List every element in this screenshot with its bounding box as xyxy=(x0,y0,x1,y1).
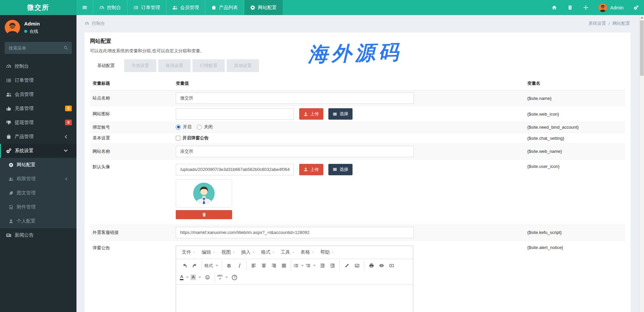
help-button[interactable]: ? xyxy=(230,273,239,282)
editor-menu-edit[interactable]: 编辑 xyxy=(199,247,218,257)
scrollbar-up-arrow[interactable] xyxy=(640,15,644,20)
tab-withdraw-settings[interactable]: 提现设置 xyxy=(158,59,191,72)
web-name-input[interactable] xyxy=(176,146,414,157)
sidebar-item-articles[interactable]: 图文管理 xyxy=(0,186,76,200)
italic-button[interactable]: I xyxy=(234,261,244,270)
home-button[interactable] xyxy=(546,0,562,15)
popup-notice-checkbox[interactable] xyxy=(176,136,180,140)
editor-menu-tools[interactable]: 工具 xyxy=(278,247,298,257)
numbered-list-button[interactable] xyxy=(306,261,317,270)
align-left-button[interactable] xyxy=(249,261,258,270)
fullscreen-button[interactable] xyxy=(578,0,594,15)
choose-button[interactable]: 选择 xyxy=(328,164,353,175)
nav-item-products[interactable]: 产品列表 xyxy=(205,0,244,15)
app-logo[interactable]: 微交所 xyxy=(0,0,76,15)
upload-icon xyxy=(304,112,308,116)
sidebar-item-system-settings[interactable]: 系统设置 xyxy=(0,144,76,158)
radio-option-on[interactable]: 开启 xyxy=(176,124,192,130)
sidebar-toggle-button[interactable] xyxy=(76,0,93,15)
user-menu[interactable]: Admin xyxy=(594,3,628,12)
indent-button[interactable] xyxy=(328,261,337,270)
print-button[interactable] xyxy=(367,261,376,270)
tab-other-settings[interactable]: 其他设置 xyxy=(227,59,259,72)
text-color-button[interactable]: A xyxy=(180,273,190,282)
clear-cache-button[interactable] xyxy=(562,0,578,15)
nav-item-dashboard[interactable]: 控制台 xyxy=(93,0,127,15)
page-title: 网站配置 xyxy=(90,38,625,45)
link-button[interactable] xyxy=(342,261,352,270)
row-title: 默认头像 xyxy=(90,159,173,225)
tab-recharge-settings[interactable]: 充值设置 xyxy=(124,59,156,72)
search-input[interactable] xyxy=(5,42,72,54)
delete-avatar-button[interactable] xyxy=(176,210,232,219)
row-title: 站点名称 xyxy=(90,90,173,106)
kefu-link-input[interactable] xyxy=(176,227,414,238)
upload-button[interactable]: 上传 xyxy=(299,108,323,120)
choose-button[interactable]: 选择 xyxy=(328,108,353,120)
radio-option-off[interactable]: 关闭 xyxy=(197,124,213,130)
sidebar-item-products[interactable]: 产品管理 xyxy=(0,130,76,144)
row-title: 基本设置 xyxy=(90,133,173,143)
redo-button[interactable] xyxy=(190,261,199,270)
tab-market-config[interactable]: 行情配置 xyxy=(193,59,225,72)
sidebar-item-profile[interactable]: 个人配置 xyxy=(0,214,76,228)
insert-media-button[interactable] xyxy=(387,261,396,270)
editor-menu-table[interactable]: 表格 xyxy=(298,247,317,257)
list-icon xyxy=(333,112,337,116)
nav-item-members[interactable]: 会员管理 xyxy=(166,0,205,15)
newspaper-icon xyxy=(6,233,11,238)
row-title: 网站名称 xyxy=(90,143,173,159)
editor-menu-format[interactable]: 格式 xyxy=(258,247,278,257)
sidebar-item-permissions[interactable]: 权限管理 xyxy=(0,172,76,186)
upload-button[interactable]: 上传 xyxy=(299,164,323,175)
popup-notice-checkbox-option[interactable]: 开启弹窗公告 xyxy=(176,135,209,141)
sidebar-item-news[interactable]: 新闻公告 xyxy=(0,228,76,242)
align-justify-button[interactable] xyxy=(279,261,288,270)
nav-item-orders[interactable]: 订单管理 xyxy=(127,0,166,15)
row-varname: {$site.chat_setting} xyxy=(525,133,625,143)
editor-menu-help[interactable]: 帮助 xyxy=(317,247,337,257)
sidebar-item-recharge[interactable]: 充值管理0 xyxy=(0,102,76,116)
editor-menu-view[interactable]: 视图 xyxy=(218,247,238,257)
sidebar-item-withdraw[interactable]: 提现管理0 xyxy=(0,116,76,130)
web-icon-input[interactable] xyxy=(176,108,294,120)
scrollbar[interactable] xyxy=(639,15,644,312)
editor-menu-insert[interactable]: 插入 xyxy=(238,247,258,257)
table-row-web-name: 网站名称 {$site.web_name} xyxy=(90,143,625,159)
outdent-button[interactable] xyxy=(318,261,327,270)
gears-icon xyxy=(6,148,11,153)
radio-on[interactable] xyxy=(176,125,181,130)
sidebar-item-dashboard[interactable]: 控制台 xyxy=(0,59,76,73)
editor-content-area[interactable] xyxy=(176,284,413,312)
home-icon xyxy=(552,5,557,10)
control-sidebar-button[interactable] xyxy=(628,0,644,15)
insert-image-button[interactable] xyxy=(352,261,362,270)
background-color-button[interactable]: A xyxy=(191,273,202,282)
avatar-preview-box xyxy=(176,179,232,207)
radio-off[interactable] xyxy=(197,125,202,130)
site-name-input[interactable] xyxy=(176,92,414,104)
format-select[interactable]: 格式 xyxy=(204,261,219,270)
bullet-list-button[interactable] xyxy=(293,261,305,270)
sidebar-item-orders[interactable]: 订单管理 xyxy=(0,73,76,87)
sidebar-item-members[interactable]: 会员管理 xyxy=(0,87,76,102)
scrollbar-thumb[interactable] xyxy=(640,20,644,76)
spellcheck-button[interactable]: ABC xyxy=(217,273,229,282)
editor-menu-file[interactable]: 文件 xyxy=(179,247,199,257)
breadcrumb[interactable]: 控制台 xyxy=(85,20,105,26)
undo-button[interactable] xyxy=(180,261,189,270)
chevron-down-icon xyxy=(63,148,68,153)
sidebar-item-site-config[interactable]: 网站配置 xyxy=(0,158,76,172)
caret-down-icon xyxy=(331,251,334,254)
nav-item-site-config[interactable]: 网站配置 xyxy=(244,0,283,15)
search-icon[interactable] xyxy=(64,46,68,50)
emoticons-button[interactable] xyxy=(203,273,212,282)
bold-button[interactable]: B xyxy=(224,261,234,270)
align-center-button[interactable] xyxy=(259,261,268,270)
sidebar: Admin 在线 控制台 订单管理 会员管理 充值管理0 提现管理0 产品管理 … xyxy=(0,15,76,312)
preview-button[interactable] xyxy=(377,261,386,270)
align-right-button[interactable] xyxy=(269,261,278,270)
sidebar-item-attachments[interactable]: 附件管理 xyxy=(0,200,76,214)
tab-basic-config[interactable]: 基础配置 xyxy=(90,59,122,72)
default-avatar-input[interactable] xyxy=(176,164,294,175)
